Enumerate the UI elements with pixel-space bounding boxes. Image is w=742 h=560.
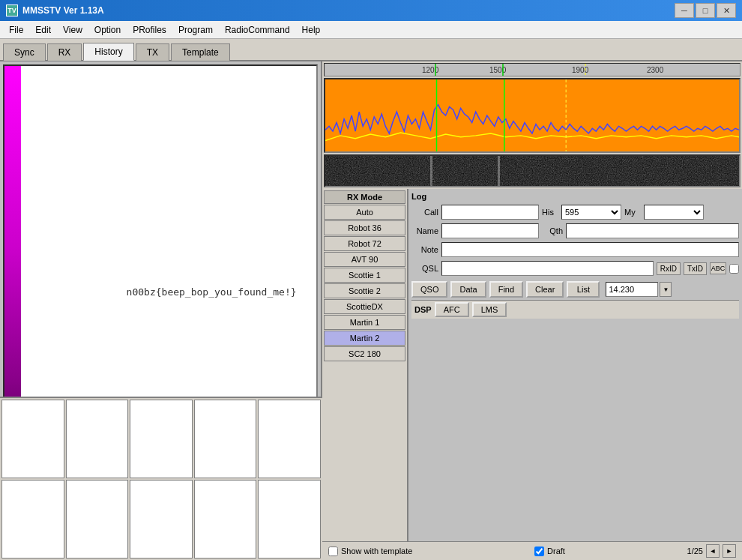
rx-mode-label: RX Mode bbox=[324, 190, 405, 204]
thumbnail-3[interactable] bbox=[130, 400, 193, 478]
tab-history[interactable]: History bbox=[83, 43, 133, 61]
thumbnail-5[interactable] bbox=[258, 400, 321, 478]
qsl-label: QSL bbox=[411, 264, 438, 273]
qsl-input[interactable] bbox=[441, 261, 654, 276]
page-prev-button[interactable]: ◄ bbox=[706, 544, 720, 558]
log-title: Log bbox=[411, 192, 739, 201]
thumbnail-7[interactable] bbox=[66, 480, 129, 559]
mode-scottiedx[interactable]: ScottieDX bbox=[324, 299, 405, 314]
abc-button[interactable]: ABC bbox=[710, 262, 726, 274]
his-label: His bbox=[542, 208, 558, 217]
tab-template[interactable]: Template bbox=[171, 43, 230, 61]
title-bar-controls: ─ □ ✕ bbox=[675, 3, 736, 18]
page-counter: 1/25 bbox=[687, 547, 703, 556]
qth-input[interactable] bbox=[566, 223, 739, 238]
mode-avt90[interactable]: AVT 90 bbox=[324, 252, 405, 267]
spectrum-area: 1200 1500 1900 2300 bbox=[322, 61, 742, 189]
qth-label: Qth bbox=[542, 226, 563, 235]
afc-button[interactable]: AFC bbox=[435, 302, 469, 317]
menu-program[interactable]: Program bbox=[172, 23, 219, 37]
mode-scottie1[interactable]: Scottie 1 bbox=[324, 268, 405, 283]
waterfall-svg bbox=[325, 156, 739, 186]
note-input[interactable] bbox=[441, 242, 739, 257]
app-icon: TV bbox=[6, 4, 18, 16]
my-select[interactable]: 599 bbox=[644, 205, 704, 220]
menu-file[interactable]: File bbox=[3, 23, 29, 37]
thumbnail-2[interactable] bbox=[66, 400, 129, 478]
thumbnail-10[interactable] bbox=[258, 480, 321, 559]
mode-sc2180[interactable]: SC2 180 bbox=[324, 346, 405, 361]
page-next-button[interactable]: ► bbox=[723, 544, 736, 558]
log-section: Log Call His 595 599 579 My 599 bbox=[408, 189, 742, 541]
thumbnail-4[interactable] bbox=[194, 400, 257, 478]
app-title: MMSSTV Ver 1.13A bbox=[22, 5, 104, 16]
his-select[interactable]: 595 599 579 bbox=[561, 205, 621, 220]
tab-rx[interactable]: RX bbox=[47, 43, 82, 61]
mode-scottie2[interactable]: Scottie 2 bbox=[324, 283, 405, 298]
menu-view[interactable]: View bbox=[57, 23, 88, 37]
draft-text: Draft bbox=[547, 547, 565, 556]
show-template-label[interactable]: Show with template bbox=[328, 547, 412, 556]
my-label: My bbox=[624, 208, 641, 217]
freq-input[interactable] bbox=[606, 282, 658, 297]
thumbnail-6[interactable] bbox=[1, 480, 64, 559]
mode-robot36[interactable]: Robot 36 bbox=[324, 220, 405, 235]
thumbnail-8[interactable] bbox=[130, 480, 193, 559]
spectrum-svg bbox=[325, 79, 739, 151]
minimize-button[interactable]: ─ bbox=[675, 3, 694, 18]
tab-sync[interactable]: Sync bbox=[3, 43, 46, 61]
left-panel: n00bz{beep_bop_you_found_me!} ◄ ► » Mart… bbox=[0, 61, 322, 560]
freq-dropdown-button[interactable]: ▼ bbox=[660, 282, 672, 297]
thumbnail-grid bbox=[0, 397, 322, 560]
draft-label: Draft bbox=[534, 547, 565, 556]
mode-auto[interactable]: Auto bbox=[324, 205, 405, 220]
thumbnail-9[interactable] bbox=[194, 480, 257, 559]
menu-option[interactable]: Option bbox=[88, 23, 127, 37]
menu-edit[interactable]: Edit bbox=[29, 23, 57, 37]
rx-log-area: RX Mode Auto Robot 36 Robot 72 AVT 90 Sc… bbox=[322, 189, 742, 541]
name-input[interactable] bbox=[441, 223, 539, 238]
clear-button[interactable]: Clear bbox=[526, 281, 564, 298]
main-tabs-row: Sync RX History TX Template bbox=[0, 39, 742, 61]
mode-martin1[interactable]: Martin 1 bbox=[324, 315, 405, 330]
svg-rect-10 bbox=[430, 156, 432, 186]
log-name-row: Name Qth bbox=[411, 223, 739, 238]
page-nav: 1/25 ◄ ► bbox=[687, 544, 736, 558]
call-input[interactable] bbox=[441, 205, 539, 220]
tab-tx[interactable]: TX bbox=[136, 43, 169, 61]
menu-profiles[interactable]: PRofiles bbox=[127, 23, 172, 37]
template-row: Show with template Draft 1/25 ◄ ► bbox=[322, 541, 742, 560]
show-template-checkbox[interactable] bbox=[328, 547, 338, 556]
svg-rect-3 bbox=[325, 79, 739, 151]
svg-rect-11 bbox=[498, 156, 500, 186]
right-panel: 1200 1500 1900 2300 bbox=[322, 61, 742, 560]
ruler-ticks bbox=[325, 64, 740, 76]
list-button[interactable]: List bbox=[567, 281, 600, 298]
call-label: Call bbox=[411, 208, 438, 217]
draft-checkbox[interactable] bbox=[534, 547, 544, 556]
close-button[interactable]: ✕ bbox=[717, 3, 736, 18]
menu-radiocommand[interactable]: RadioCommand bbox=[219, 23, 296, 37]
lms-button[interactable]: LMS bbox=[472, 302, 507, 317]
waterfall-display bbox=[324, 154, 741, 187]
menu-help[interactable]: Help bbox=[296, 23, 327, 37]
data-button[interactable]: Data bbox=[450, 281, 486, 298]
log-qsl-row: QSL RxID TxID ABC bbox=[411, 261, 739, 276]
thumbnail-1[interactable] bbox=[1, 400, 64, 478]
maximize-button[interactable]: □ bbox=[696, 3, 715, 18]
dsp-label: DSP bbox=[414, 305, 432, 314]
freq-ruler: 1200 1500 1900 2300 bbox=[324, 63, 741, 76]
svg-rect-9 bbox=[325, 156, 739, 186]
abc-checkbox[interactable] bbox=[729, 264, 739, 274]
spectrum-display bbox=[324, 78, 741, 153]
txid-button[interactable]: TxID bbox=[684, 262, 707, 275]
mode-robot72[interactable]: Robot 72 bbox=[324, 236, 405, 251]
name-label: Name bbox=[411, 226, 438, 235]
note-label: Note bbox=[411, 245, 438, 254]
qso-button[interactable]: QSO bbox=[411, 281, 447, 298]
mode-martin2[interactable]: Martin 2 bbox=[324, 331, 405, 346]
title-bar-left: TV MMSSTV Ver 1.13A bbox=[6, 4, 104, 16]
rxid-button[interactable]: RxID bbox=[657, 262, 681, 275]
log-note-row: Note bbox=[411, 242, 739, 257]
find-button[interactable]: Find bbox=[489, 281, 523, 298]
